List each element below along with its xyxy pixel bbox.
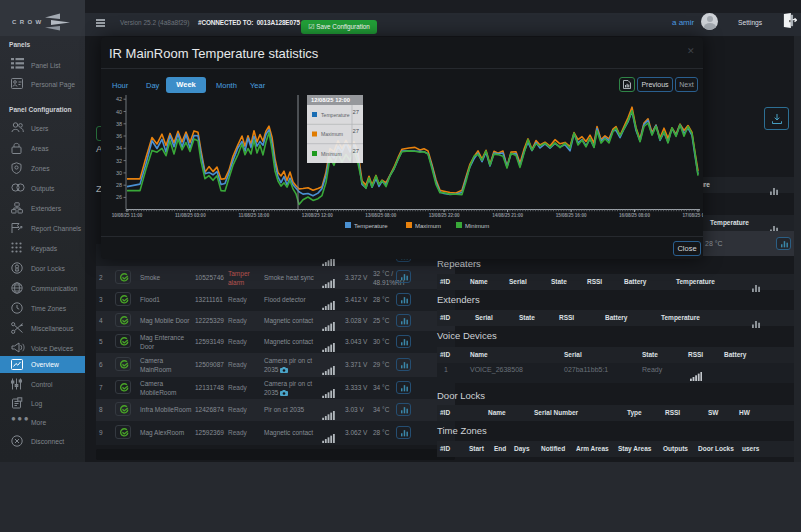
svg-text:12/08/25 12:00: 12/08/25 12:00	[302, 213, 333, 218]
svg-text:11/08/25 03:00: 11/08/25 03:00	[175, 213, 206, 218]
svg-text:Maximum: Maximum	[415, 223, 441, 229]
svg-text:26: 26	[116, 194, 122, 200]
svg-text:16/08/25 08:00: 16/08/25 08:00	[619, 213, 650, 218]
svg-text:13/08/25 22:00: 13/08/25 22:00	[429, 213, 460, 218]
svg-text:Minimum: Minimum	[465, 223, 489, 229]
svg-text:17/08/25 01:00: 17/08/25 01:00	[683, 213, 703, 218]
svg-text:27: 27	[353, 148, 359, 154]
svg-text:11/08/25 18:00: 11/08/25 18:00	[239, 213, 270, 218]
svg-text:Temperature: Temperature	[354, 223, 388, 229]
svg-text:38: 38	[116, 121, 122, 127]
svg-text:36: 36	[116, 133, 122, 139]
svg-text:14/08/25 21:00: 14/08/25 21:00	[492, 213, 523, 218]
svg-text:12/08/25 12:00: 12/08/25 12:00	[311, 97, 350, 103]
svg-text:30: 30	[116, 170, 122, 176]
svg-text:Temperature: Temperature	[321, 112, 350, 118]
svg-text:28: 28	[116, 182, 122, 188]
svg-text:Maximum: Maximum	[321, 131, 343, 137]
svg-text:10/08/25 11:00: 10/08/25 11:00	[112, 213, 143, 218]
svg-text:27: 27	[353, 128, 359, 134]
svg-text:34: 34	[116, 145, 122, 151]
svg-text:13/08/25 08:00: 13/08/25 08:00	[365, 213, 396, 218]
svg-text:32: 32	[116, 158, 122, 164]
svg-text:15/08/25 16:00: 15/08/25 16:00	[556, 213, 587, 218]
svg-text:42: 42	[116, 96, 122, 102]
svg-text:40: 40	[116, 109, 122, 115]
svg-text:27: 27	[353, 109, 359, 115]
svg-text:Minimum: Minimum	[321, 151, 342, 157]
